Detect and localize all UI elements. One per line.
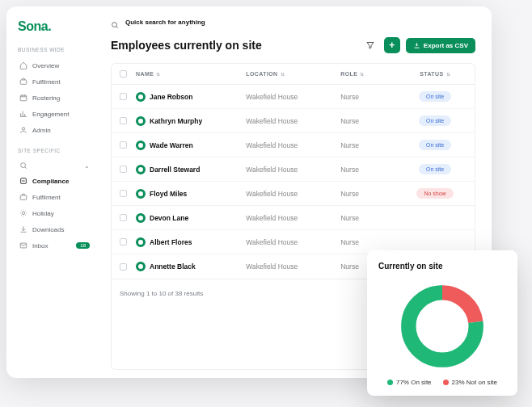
row-checkbox[interactable] — [120, 263, 127, 271]
sidebar-item-downloads[interactable]: Downloads — [18, 221, 91, 237]
row-checkbox[interactable] — [120, 190, 127, 197]
role-cell: Nurse — [340, 214, 403, 222]
status-dot-icon — [136, 92, 146, 102]
sidebar-item-holiday[interactable]: Holiday — [18, 205, 91, 221]
row-checkbox[interactable] — [120, 166, 127, 173]
sidebar-item-compliance[interactable]: Compliance — [18, 173, 91, 189]
sort-icon: ⇅ — [360, 71, 364, 77]
employee-name: Jane Robson — [150, 93, 192, 101]
inbox-badge: 18 — [76, 242, 90, 249]
status-badge: On site — [419, 140, 451, 150]
status-cell: On site — [403, 91, 467, 102]
sidebar: Sona. BUSINESS WIDE Overview Fulfilment … — [6, 6, 99, 378]
name-cell: Darrell Steward — [136, 165, 246, 174]
filter-button[interactable] — [362, 37, 378, 53]
col-role[interactable]: ROLE⇅ — [340, 71, 403, 77]
row-checkbox[interactable] — [120, 93, 127, 100]
sidebar-item-fulfilment2[interactable]: Fulfilment — [18, 189, 91, 205]
employee-name: Darrell Steward — [150, 166, 200, 174]
add-button[interactable]: + — [384, 37, 400, 53]
sidebar-section-site: SITE SPECIFIC — [18, 148, 91, 153]
sidebar-item-label: Engagement — [32, 111, 69, 118]
table-row[interactable]: Devon Lane Wakefield House Nurse — [112, 206, 475, 230]
status-cell: On site — [403, 164, 467, 174]
sidebar-item-fulfilment[interactable]: Fulfilment — [18, 73, 91, 90]
search-placeholder: Quick search for anything — [125, 19, 205, 26]
sidebar-item-label: Holiday — [32, 210, 54, 217]
search-icon — [19, 162, 27, 170]
table-row[interactable]: Floyd Miles Wakefield House Nurse No sho… — [112, 182, 475, 206]
sidebar-item-engagement[interactable]: Engagement — [18, 106, 91, 122]
sidebar-site-selector[interactable]: ⌄ — [18, 158, 91, 173]
row-checkbox[interactable] — [120, 238, 127, 245]
name-cell: Jane Robson — [136, 92, 246, 102]
row-checkbox[interactable] — [120, 141, 127, 149]
role-cell: Nurse — [340, 93, 403, 101]
table-row[interactable]: Jane Robson Wakefield House Nurse On sit… — [112, 85, 475, 109]
status-badge: On site — [419, 164, 451, 174]
sidebar-item-label: Downloads — [32, 226, 65, 233]
svg-point-2 — [22, 128, 24, 130]
status-cell: On site — [403, 115, 467, 126]
sort-icon: ⇅ — [446, 71, 450, 77]
table-row[interactable]: Kathryn Murphy Wakefield House Nurse On … — [112, 109, 475, 133]
table-row[interactable]: Darrell Steward Wakefield House Nurse On… — [112, 157, 475, 182]
role-cell: Nurse — [340, 238, 403, 246]
sort-icon: ⇅ — [281, 71, 285, 77]
calendar-icon — [19, 94, 27, 102]
shield-icon — [19, 177, 27, 185]
briefcase-icon — [19, 193, 27, 201]
location-cell: Wakefield House — [246, 93, 340, 101]
svg-rect-1 — [20, 95, 27, 101]
sidebar-section-business: BUSINESS WIDE — [18, 47, 91, 52]
svg-point-3 — [21, 163, 26, 168]
search-icon — [111, 18, 119, 26]
page-title: Employees currently on site — [111, 39, 362, 52]
user-icon — [19, 126, 27, 134]
sidebar-item-admin[interactable]: Admin — [18, 122, 91, 138]
employee-name: Wade Warren — [150, 141, 193, 149]
global-search[interactable]: Quick search for anything — [111, 18, 475, 26]
filter-icon — [365, 40, 375, 50]
donut-chart — [398, 282, 487, 371]
dot-green-icon — [387, 380, 393, 385]
logo: Sona. — [18, 19, 91, 34]
select-all-checkbox[interactable] — [120, 70, 127, 78]
home-icon — [19, 61, 27, 69]
employee-name: Devon Lane — [150, 214, 188, 222]
sidebar-item-rostering[interactable]: Rostering — [18, 90, 91, 106]
sidebar-item-overview[interactable]: Overview — [18, 57, 91, 73]
employee-name: Annette Black — [150, 262, 196, 271]
row-checkbox[interactable] — [120, 214, 127, 221]
svg-rect-5 — [20, 195, 27, 199]
status-badge: On site — [419, 91, 451, 102]
name-cell: Annette Black — [136, 262, 246, 271]
name-cell: Kathryn Murphy — [136, 116, 246, 126]
location-cell: Wakefield House — [246, 238, 340, 246]
status-cell: No show — [403, 188, 467, 199]
status-dot-icon — [136, 262, 146, 271]
sidebar-item-inbox[interactable]: Inbox 18 — [18, 237, 91, 254]
sort-icon: ⇅ — [156, 71, 160, 77]
location-cell: Wakefield House — [246, 117, 340, 125]
chevron-down-icon: ⌄ — [84, 162, 90, 170]
col-location[interactable]: LOCATION⇅ — [246, 71, 340, 77]
row-checkbox[interactable] — [120, 117, 127, 124]
logo-text: Sona — [18, 19, 48, 33]
name-cell: Wade Warren — [136, 141, 246, 150]
location-cell: Wakefield House — [246, 214, 340, 222]
employee-name: Kathryn Murphy — [150, 117, 202, 125]
table-row[interactable]: Wade Warren Wakefield House Nurse On sit… — [112, 133, 475, 157]
table-header: NAME⇅ LOCATION⇅ ROLE⇅ STATUS⇅ — [112, 64, 475, 85]
export-csv-button[interactable]: Export as CSV — [406, 38, 475, 53]
employee-name: Floyd Miles — [150, 190, 187, 198]
export-icon — [413, 42, 420, 49]
name-cell: Floyd Miles — [136, 189, 246, 199]
status-dot-icon — [136, 165, 146, 174]
briefcase-icon — [19, 78, 27, 86]
sidebar-item-label: Rostering — [32, 94, 60, 102]
chart-legend: 77% On site 23% Not on site — [378, 379, 506, 386]
role-cell: Nurse — [340, 141, 403, 149]
col-status[interactable]: STATUS⇅ — [403, 71, 467, 77]
col-name[interactable]: NAME⇅ — [136, 71, 246, 77]
